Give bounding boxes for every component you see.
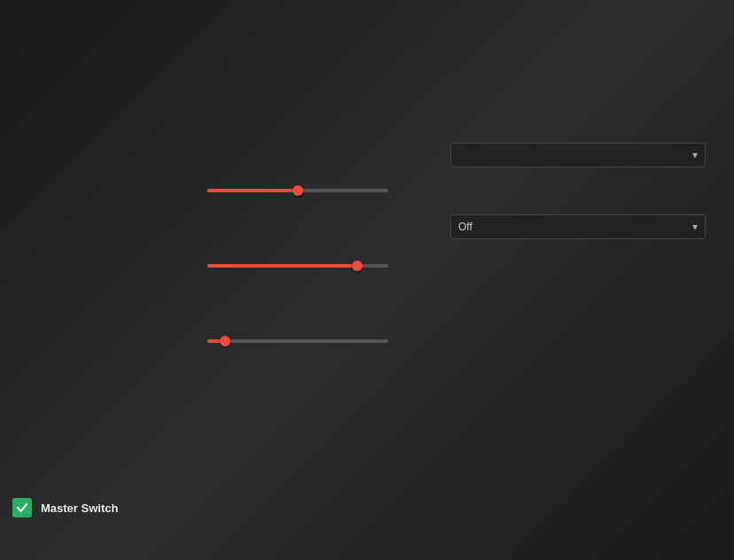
- out-of-view-dropdown-value: Off: [458, 221, 692, 233]
- viewmodel-fov-thumb[interactable]: [220, 336, 230, 346]
- view-fov-fill: [207, 264, 357, 268]
- viewmodel-fov-track[interactable]: [207, 339, 388, 343]
- master-switch-label: Master Switch: [41, 502, 118, 515]
- master-switch-row: Master Switch: [12, 498, 118, 517]
- checkmark-icon: [16, 502, 28, 514]
- out-of-view-dropdown-arrow: ▾: [692, 221, 698, 233]
- view-fov-track[interactable]: [207, 264, 388, 268]
- third-person-distance-thumb[interactable]: [293, 185, 303, 196]
- third-person-distance-track[interactable]: [207, 189, 388, 192]
- third-person-distance-fill: [207, 189, 298, 192]
- master-switch-toggle[interactable]: [12, 498, 32, 517]
- view-fov-thumb[interactable]: [352, 261, 363, 271]
- wallbang-info-dropdown-arrow: ▾: [692, 149, 698, 161]
- out-of-view-dropdown[interactable]: Off ▾: [450, 214, 706, 239]
- wallbang-info-dropdown[interactable]: ▾: [450, 143, 706, 167]
